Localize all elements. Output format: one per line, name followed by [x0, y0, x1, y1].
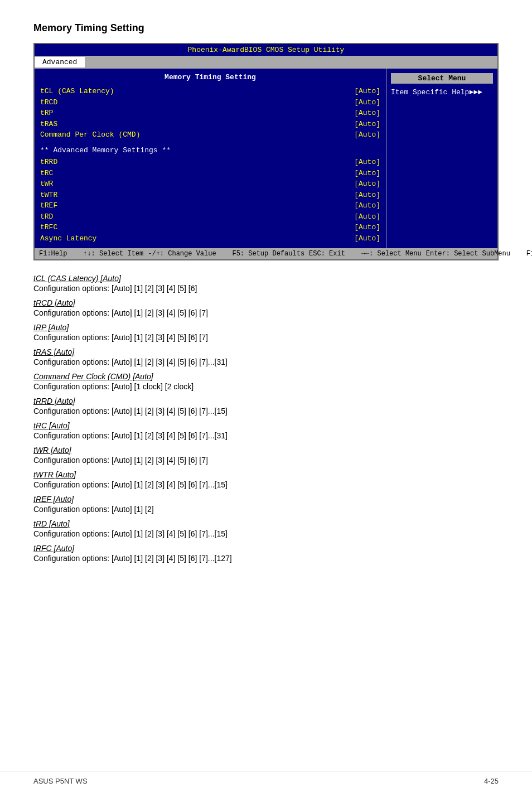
- doc-section-11: tRFC [Auto]Configuration options: [Auto]…: [33, 544, 499, 563]
- doc-section-2: tRP [Auto]Configuration options: [Auto] …: [33, 323, 499, 342]
- bios-ui: Phoenix-AwardBIOS CMOS Setup Utility Adv…: [33, 43, 499, 260]
- bios-label-trrd: tRRD: [40, 157, 57, 168]
- doc-label-11: tRFC [Auto]: [33, 544, 499, 553]
- bios-value-twr: [Auto]: [354, 178, 380, 190]
- doc-section-4: Command Per Clock (CMD) [Auto]Configurat…: [33, 372, 499, 391]
- bios-row-trp[interactable]: tRP [Auto]: [40, 108, 380, 119]
- bios-header: Phoenix-AwardBIOS CMOS Setup Utility: [35, 44, 497, 56]
- bios-value-tref: [Auto]: [354, 200, 380, 211]
- bios-footer-f1: F1:Help ↑↓: Select Item: [39, 250, 143, 258]
- bios-row-async[interactable]: Async Latency [Auto]: [40, 233, 380, 244]
- doc-section-10: tRD [Auto]Configuration options: [Auto] …: [33, 519, 499, 538]
- footer-left: ASUS P5NT WS: [33, 777, 88, 785]
- bios-footer-enter: Enter: Select SubMenu F10: Save and Exit: [426, 250, 532, 258]
- doc-label-6: tRC [Auto]: [33, 421, 499, 430]
- bios-label-tref: tREF: [40, 200, 57, 211]
- doc-section-7: tWR [Auto]Configuration options: [Auto] …: [33, 446, 499, 465]
- doc-section-1: tRCD [Auto]Configuration options: [Auto]…: [33, 298, 499, 317]
- bios-nav: Advanced: [35, 56, 497, 69]
- bios-value-tras: [Auto]: [354, 119, 380, 130]
- bios-row-trc[interactable]: tRC [Auto]: [40, 168, 380, 179]
- doc-label-8: tWTR [Auto]: [33, 470, 499, 479]
- doc-options-8: Configuration options: [Auto] [1] [2] [3…: [33, 480, 499, 489]
- bios-row-tcl[interactable]: tCL (CAS Latency) [Auto]: [40, 86, 380, 97]
- bios-advanced-comment: ** Advanced Memory Settings **: [40, 145, 380, 156]
- doc-label-1: tRCD [Auto]: [33, 298, 499, 307]
- bios-section-title: Memory Timing Setting: [40, 73, 380, 81]
- page-footer: ASUS P5NT WS 4-25: [0, 771, 532, 791]
- doc-label-2: tRP [Auto]: [33, 323, 499, 332]
- doc-options-1: Configuration options: [Auto] [1] [2] [3…: [33, 308, 499, 317]
- doc-section-6: tRC [Auto]Configuration options: [Auto] …: [33, 421, 499, 440]
- bios-value-trp: [Auto]: [354, 108, 380, 119]
- doc-section-8: tWTR [Auto]Configuration options: [Auto]…: [33, 470, 499, 489]
- bios-main: Memory Timing Setting tCL (CAS Latency) …: [35, 69, 386, 248]
- bios-sidebar-title: Select Menu: [391, 73, 493, 84]
- doc-entries: tCL (CAS Latency) [Auto]Configuration op…: [33, 274, 499, 563]
- doc-options-0: Configuration options: [Auto] [1] [2] [3…: [33, 284, 499, 293]
- footer-right: 4-25: [484, 777, 499, 785]
- bios-label-tcl: tCL (CAS Latency): [40, 86, 114, 97]
- doc-label-3: tRAS [Auto]: [33, 347, 499, 356]
- bios-footer-esc: ESC: Exit →←: Select Menu: [309, 250, 422, 258]
- bios-sidebar-help: Item Specific Help►►►: [391, 88, 493, 96]
- bios-row-twtr[interactable]: tWTR [Auto]: [40, 190, 380, 201]
- bios-value-async: [Auto]: [354, 233, 380, 244]
- bios-value-trfc: [Auto]: [354, 222, 380, 233]
- doc-label-9: tREF [Auto]: [33, 495, 499, 504]
- doc-label-4: Command Per Clock (CMD) [Auto]: [33, 372, 499, 381]
- doc-label-0: tCL (CAS Latency) [Auto]: [33, 274, 499, 283]
- bios-footer: F1:Help ↑↓: Select Item -/+: Change Valu…: [35, 248, 497, 259]
- bios-label-trc: tRC: [40, 168, 53, 179]
- doc-section-3: tRAS [Auto]Configuration options: [Auto]…: [33, 347, 499, 366]
- bios-row-twr[interactable]: tWR [Auto]: [40, 178, 380, 190]
- bios-row-trrd[interactable]: tRRD [Auto]: [40, 157, 380, 168]
- doc-options-7: Configuration options: [Auto] [1] [2] [3…: [33, 456, 499, 465]
- doc-section-9: tREF [Auto]Configuration options: [Auto]…: [33, 495, 499, 514]
- doc-options-10: Configuration options: [Auto] [1] [2] [3…: [33, 529, 499, 538]
- bios-row-tras[interactable]: tRAS [Auto]: [40, 119, 380, 130]
- bios-row-tref[interactable]: tREF [Auto]: [40, 200, 380, 211]
- bios-value-trd: [Auto]: [354, 211, 380, 223]
- bios-value-cmd: [Auto]: [354, 129, 380, 141]
- doc-section-0: tCL (CAS Latency) [Auto]Configuration op…: [33, 274, 499, 293]
- bios-row-trcd[interactable]: tRCD [Auto]: [40, 97, 380, 108]
- bios-row-cmd[interactable]: Command Per Clock (CMD) [Auto]: [40, 129, 380, 141]
- bios-body: Memory Timing Setting tCL (CAS Latency) …: [35, 69, 497, 248]
- bios-label-trd: tRD: [40, 211, 53, 223]
- doc-section-5: tRRD [Auto]Configuration options: [Auto]…: [33, 397, 499, 416]
- bios-row-trfc[interactable]: tRFC [Auto]: [40, 222, 380, 233]
- doc-label-7: tWR [Auto]: [33, 446, 499, 455]
- bios-value-trrd: [Auto]: [354, 157, 380, 168]
- doc-options-2: Configuration options: [Auto] [1] [2] [3…: [33, 333, 499, 342]
- bios-value-tcl: [Auto]: [354, 86, 380, 97]
- bios-label-twr: tWR: [40, 178, 53, 190]
- bios-label-cmd: Command Per Clock (CMD): [40, 129, 140, 141]
- doc-options-6: Configuration options: [Auto] [1] [2] [3…: [33, 431, 499, 440]
- bios-sidebar: Select Menu Item Specific Help►►►: [386, 69, 497, 248]
- bios-value-trc: [Auto]: [354, 168, 380, 179]
- doc-options-11: Configuration options: [Auto] [1] [2] [3…: [33, 554, 499, 563]
- bios-label-tras: tRAS: [40, 119, 57, 130]
- page-title: Memory Timing Setting: [33, 22, 499, 34]
- doc-options-3: Configuration options: [Auto] [1] [2] [3…: [33, 357, 499, 366]
- doc-options-4: Configuration options: [Auto] [1 clock] …: [33, 382, 499, 391]
- bios-label-async: Async Latency: [40, 233, 96, 244]
- doc-options-5: Configuration options: [Auto] [1] [2] [3…: [33, 407, 499, 416]
- bios-label-trfc: tRFC: [40, 222, 57, 233]
- bios-footer-change: -/+: Change Value F5: Setup Defaults: [148, 250, 304, 258]
- doc-label-5: tRRD [Auto]: [33, 397, 499, 405]
- bios-nav-advanced[interactable]: Advanced: [35, 57, 85, 67]
- bios-value-twtr: [Auto]: [354, 190, 380, 201]
- bios-row-trd[interactable]: tRD [Auto]: [40, 211, 380, 223]
- doc-options-9: Configuration options: [Auto] [1] [2]: [33, 505, 499, 514]
- bios-label-trp: tRP: [40, 108, 53, 119]
- doc-label-10: tRD [Auto]: [33, 519, 499, 528]
- bios-label-trcd: tRCD: [40, 97, 57, 108]
- bios-value-trcd: [Auto]: [354, 97, 380, 108]
- bios-label-twtr: tWTR: [40, 190, 57, 201]
